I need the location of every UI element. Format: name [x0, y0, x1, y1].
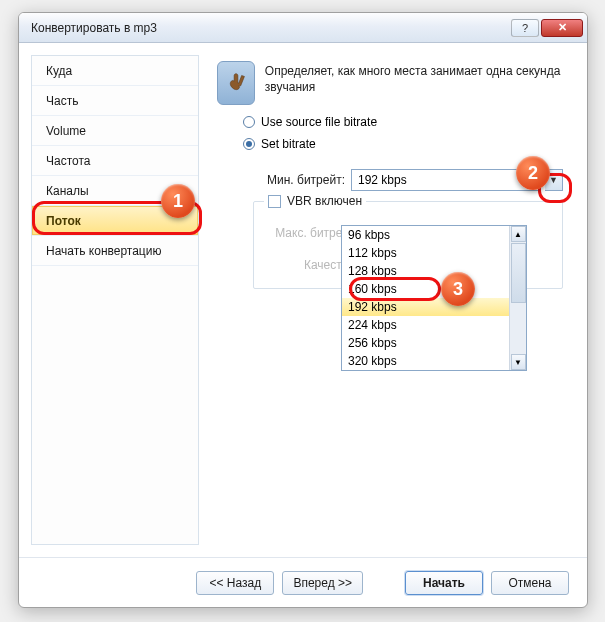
radio-use-source[interactable]: Use source file bitrate — [243, 115, 563, 129]
window-title: Конвертировать в mp3 — [31, 21, 509, 35]
scroll-thumb[interactable] — [511, 243, 526, 303]
sidebar-item-start-conversion[interactable]: Начать конвертацию — [32, 236, 198, 266]
dropdown-scrollbar[interactable]: ▲ ▼ — [509, 226, 526, 370]
min-bitrate-label: Мин. битрейт: — [253, 173, 345, 187]
vbr-label: VBR включен — [287, 194, 362, 208]
dropdown-item[interactable]: 112 kbps — [342, 244, 526, 262]
dropdown-item[interactable]: 224 kbps — [342, 316, 526, 334]
sidebar-item-volume[interactable]: Volume — [32, 116, 198, 146]
titlebar: Конвертировать в mp3 ? ✕ — [19, 13, 587, 43]
radio-icon — [243, 138, 255, 150]
radio-label: Set bitrate — [261, 137, 316, 151]
radio-icon — [243, 116, 255, 128]
sidebar: Куда Часть Volume Частота Каналы Поток Н… — [31, 55, 199, 545]
radio-set-bitrate[interactable]: Set bitrate — [243, 137, 563, 151]
back-button[interactable]: << Назад — [196, 571, 274, 595]
dropdown-item[interactable]: 128 kbps — [342, 262, 526, 280]
cancel-button[interactable]: Отмена — [491, 571, 569, 595]
description-text: Определяет, как много места занимает одн… — [265, 61, 563, 105]
guitar-folder-icon — [217, 61, 255, 105]
dropdown-item[interactable]: 160 kbps — [342, 280, 526, 298]
radio-label: Use source file bitrate — [261, 115, 377, 129]
scroll-down-icon[interactable]: ▼ — [511, 354, 526, 370]
combo-dropdown-arrow[interactable]: ▼ — [545, 169, 563, 191]
help-button[interactable]: ? — [511, 19, 539, 37]
content-area: Куда Часть Volume Частота Каналы Поток Н… — [19, 43, 587, 557]
sidebar-item-stream[interactable]: Поток — [32, 206, 198, 236]
dropdown-item[interactable]: 320 kbps — [342, 352, 526, 370]
bitrate-dropdown-list: 96 kbps 112 kbps 128 kbps 160 kbps 192 k… — [341, 225, 527, 371]
start-button[interactable]: Начать — [405, 571, 483, 595]
dropdown-item-selected[interactable]: 192 kbps — [342, 298, 526, 316]
main-panel: Определяет, как много места занимает одн… — [199, 55, 575, 545]
vbr-checkbox[interactable] — [268, 195, 281, 208]
forward-button[interactable]: Вперед >> — [282, 571, 363, 595]
dropdown-item[interactable]: 256 kbps — [342, 334, 526, 352]
footer-buttons: << Назад Вперед >> Начать Отмена — [19, 557, 587, 607]
close-button[interactable]: ✕ — [541, 19, 583, 37]
sidebar-item-frequency[interactable]: Частота — [32, 146, 198, 176]
sidebar-item-channels[interactable]: Каналы — [32, 176, 198, 206]
vbr-group-title: VBR включен — [264, 194, 366, 208]
sidebar-item-destination[interactable]: Куда — [32, 56, 198, 86]
scroll-up-icon[interactable]: ▲ — [511, 226, 526, 242]
min-bitrate-combo[interactable]: 192 kbps — [351, 169, 539, 191]
dialog-window: Конвертировать в mp3 ? ✕ Куда Часть Volu… — [18, 12, 588, 608]
combo-value: 192 kbps — [358, 173, 407, 187]
dropdown-item[interactable]: 96 kbps — [342, 226, 526, 244]
sidebar-item-part[interactable]: Часть — [32, 86, 198, 116]
